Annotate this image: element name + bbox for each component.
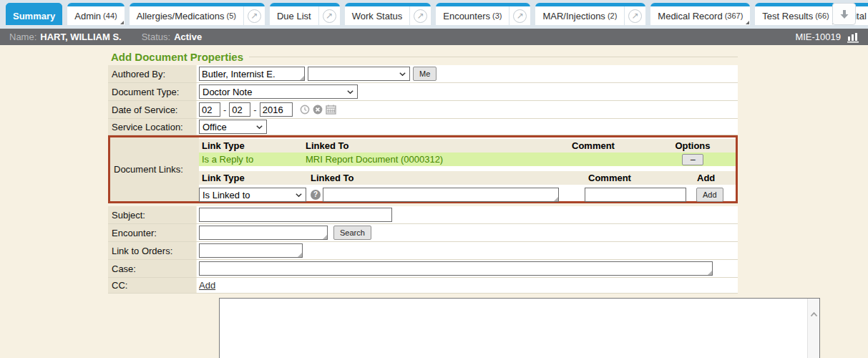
down-arrow-icon bbox=[839, 9, 850, 20]
page-title: Add Document Properties bbox=[111, 51, 243, 63]
existing-links-header: Link Type Linked To Comment Options bbox=[199, 139, 736, 153]
popout-arrow-icon: ↗ bbox=[628, 9, 642, 23]
remove-link-button[interactable]: − bbox=[682, 154, 703, 165]
resize-grip-icon bbox=[300, 76, 304, 80]
link-to-orders-input[interactable] bbox=[199, 243, 303, 258]
link-to-orders-label: Link to Orders: bbox=[108, 242, 197, 259]
cc-row: CC: Add bbox=[108, 278, 738, 294]
encounter-row: Encounter: Search bbox=[108, 224, 738, 242]
calendar-icon[interactable] bbox=[326, 105, 336, 115]
encounter-input[interactable] bbox=[199, 226, 328, 240]
encounter-search-button[interactable]: Search bbox=[333, 226, 371, 240]
resize-grip-icon bbox=[708, 271, 712, 275]
popout-arrow-icon: ↗ bbox=[248, 9, 261, 23]
date-day-input[interactable] bbox=[229, 102, 250, 117]
help-icon[interactable]: ? bbox=[311, 190, 321, 200]
popout-button[interactable]: ↗ bbox=[509, 6, 530, 25]
link-type-select[interactable]: Is Linked to bbox=[199, 188, 306, 202]
tab-bar: Summary Admin(44) Allergies/Medications(… bbox=[0, 0, 868, 29]
cc-add-link[interactable]: Add bbox=[199, 280, 215, 291]
authored-by-row: Authored By: Me bbox=[108, 65, 738, 83]
document-type-select[interactable]: Doctor Note bbox=[199, 84, 358, 99]
date-year-input[interactable] bbox=[260, 102, 293, 117]
linked-to-input[interactable] bbox=[323, 188, 559, 202]
resize-grip-icon bbox=[554, 197, 558, 201]
scroll-up-icon bbox=[810, 311, 818, 358]
main-content: Add Document Properties Authored By: Me … bbox=[0, 45, 868, 358]
menu-fold-icon bbox=[746, 21, 749, 24]
case-row: Case: bbox=[108, 260, 738, 278]
service-location-label: Service Location: bbox=[108, 119, 197, 135]
tab-due-list[interactable]: Due List ↗ bbox=[270, 3, 340, 25]
authored-by-input[interactable] bbox=[199, 67, 305, 81]
patient-status: Active bbox=[174, 32, 202, 42]
popout-arrow-icon: ↗ bbox=[414, 9, 427, 23]
tab-medical-record[interactable]: Medical Record(367) bbox=[650, 3, 750, 25]
me-button[interactable]: Me bbox=[413, 67, 437, 81]
popout-button[interactable]: ↗ bbox=[625, 6, 645, 25]
document-type-row: Document Type: Doctor Note bbox=[108, 83, 738, 101]
linked-to-value: MRI Report Document (0000312) bbox=[303, 154, 569, 165]
popout-arrow-icon: ↗ bbox=[323, 9, 336, 23]
popout-button[interactable]: ↗ bbox=[410, 6, 431, 25]
link-to-orders-row: Link to Orders: bbox=[108, 242, 738, 260]
document-type-label: Document Type: bbox=[108, 83, 197, 100]
service-location-row: Service Location: Office bbox=[108, 119, 738, 135]
document-links-label: Document Links: bbox=[110, 137, 199, 201]
cc-label: CC: bbox=[108, 278, 197, 293]
clock-icon[interactable] bbox=[300, 105, 310, 115]
document-links-box: Document Links: Link Type Linked To Comm… bbox=[108, 135, 738, 203]
textarea-scrollbar[interactable] bbox=[807, 299, 819, 358]
name-label: Name: bbox=[9, 32, 36, 42]
tab-mar-injections[interactable]: MAR/Injections(2) ↗ bbox=[535, 3, 645, 25]
date-of-service-row: Date of Service: - - bbox=[108, 101, 738, 119]
subject-row: Subject: bbox=[108, 206, 738, 224]
linked-document-row: Is a Reply to MRI Report Document (00003… bbox=[199, 153, 736, 166]
date-of-service-label: Date of Service: bbox=[108, 101, 197, 118]
authored-by-label: Authored By: bbox=[108, 65, 197, 82]
link-type-value: Is a Reply to bbox=[199, 154, 303, 165]
popout-button[interactable]: ↗ bbox=[244, 6, 265, 25]
new-link-controls: Is Linked to ? Add bbox=[199, 186, 736, 203]
chart-id: MIE-10019 bbox=[795, 32, 841, 42]
tab-allergies-medications[interactable]: Allergies/Medications(5) ↗ bbox=[130, 3, 265, 25]
add-document-form: Add Document Properties Authored By: Me … bbox=[108, 48, 738, 294]
tab-work-status[interactable]: Work Status ↗ bbox=[345, 3, 431, 25]
encounter-label: Encounter: bbox=[108, 224, 197, 241]
add-link-button[interactable]: Add bbox=[696, 188, 723, 202]
date-month-input[interactable] bbox=[199, 102, 220, 117]
link-comment-input[interactable] bbox=[585, 188, 686, 202]
service-location-select[interactable]: Office bbox=[199, 120, 267, 134]
menu-fold-icon bbox=[120, 21, 124, 24]
new-link-header: Link Type Linked To Comment Add bbox=[199, 171, 736, 185]
tab-admin[interactable]: Admin(44) bbox=[67, 3, 124, 25]
resize-grip-icon bbox=[323, 235, 327, 239]
chart-stats-icon[interactable] bbox=[847, 32, 861, 43]
case-label: Case: bbox=[108, 260, 197, 277]
patient-info-bar: Name: HART, WILLIAM S. Status: Active MI… bbox=[0, 29, 868, 45]
document-body-textarea[interactable] bbox=[219, 298, 820, 358]
clear-date-icon[interactable] bbox=[313, 105, 323, 115]
tab-test-results[interactable]: Test Results(66) bbox=[755, 3, 836, 25]
popout-button[interactable]: ↗ bbox=[319, 6, 340, 25]
popout-arrow-icon: ↗ bbox=[513, 9, 527, 23]
subject-input[interactable] bbox=[199, 208, 392, 222]
title-rule bbox=[249, 57, 738, 57]
case-input[interactable] bbox=[199, 261, 713, 276]
resize-grip-icon bbox=[298, 253, 302, 257]
tab-overflow-button[interactable] bbox=[832, 3, 856, 25]
tab-summary[interactable]: Summary bbox=[6, 3, 62, 25]
subject-label: Subject: bbox=[108, 206, 197, 223]
status-label: Status: bbox=[142, 32, 170, 42]
tab-encounters[interactable]: Encounters(3) ↗ bbox=[436, 3, 530, 25]
patient-name: HART, WILLIAM S. bbox=[40, 32, 121, 42]
authored-by-select[interactable] bbox=[308, 67, 410, 81]
